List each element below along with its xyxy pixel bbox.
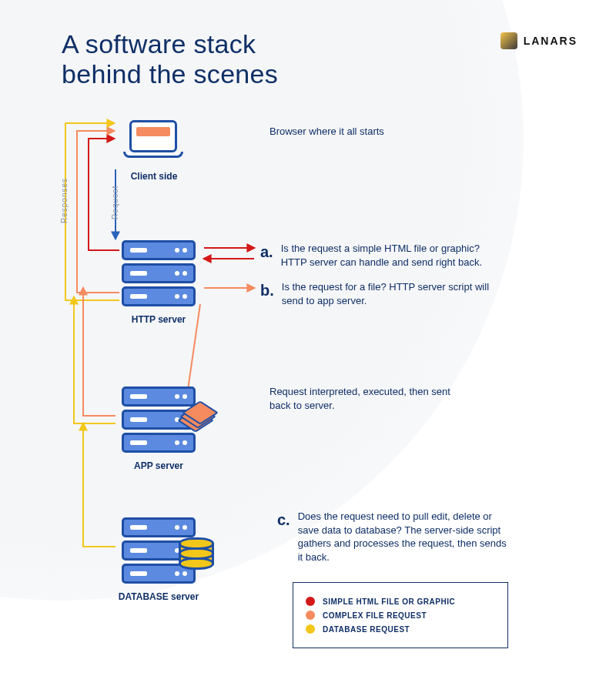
http-server-label: HTTP server (112, 314, 205, 325)
database-disks-icon (179, 537, 214, 577)
legend-dot-red-icon (306, 597, 315, 606)
lead-c: c. (277, 510, 290, 530)
lead-a: a. (260, 242, 273, 263)
http-server-icon (122, 240, 196, 310)
legend-dot-orange-icon (306, 611, 315, 620)
legend-label-simple: SIMPLE HTML FILE OR GRAPHIC (323, 597, 455, 606)
page-title: A software stack behind the scenes (62, 29, 278, 89)
client-desc: Browser where it all starts (270, 125, 384, 139)
legend-item-simple: SIMPLE HTML FILE OR GRAPHIC (306, 597, 495, 606)
brand-name: LANARS (524, 35, 578, 47)
text-c: Does the request need to pull edit, dele… (298, 510, 508, 564)
legend-item-database: DATABASE REQUEST (306, 624, 495, 634)
database-server-label: DATABASE server (112, 591, 205, 602)
brand: LANARS (500, 32, 578, 49)
architecture-diagram: Responses Request Client side Browser wh… (0, 115, 616, 670)
http-desc-a: a. Is the request a simple HTML file or … (260, 242, 491, 269)
client-label: Client side (108, 171, 200, 182)
legend-label-complex: COMPLEX FILE REQUEST (323, 611, 427, 620)
text-a: Is the request a simple HTML file or gra… (281, 242, 491, 269)
code-stack-icon (183, 402, 209, 428)
brand-logo-icon (500, 32, 517, 49)
legend-item-complex: COMPLEX FILE REQUEST (306, 611, 495, 620)
lead-b: b. (260, 280, 274, 301)
legend-label-database: DATABASE REQUEST (323, 625, 410, 634)
responses-label: Responses (60, 178, 69, 223)
text-b: Is the request for a file? HTTP server s… (282, 280, 491, 307)
app-desc: Request interpreted, executed, then sent… (270, 385, 470, 412)
request-label: Request (111, 186, 119, 219)
http-desc-b: b. Is the request for a file? HTTP serve… (260, 280, 491, 307)
legend-dot-yellow-icon (306, 624, 315, 634)
db-desc-c: c. Does the request need to pull edit, d… (277, 510, 508, 564)
legend: SIMPLE HTML FILE OR GRAPHIC COMPLEX FILE… (293, 582, 508, 648)
app-server-label: APP server (112, 460, 205, 471)
client-laptop-icon (123, 120, 183, 163)
